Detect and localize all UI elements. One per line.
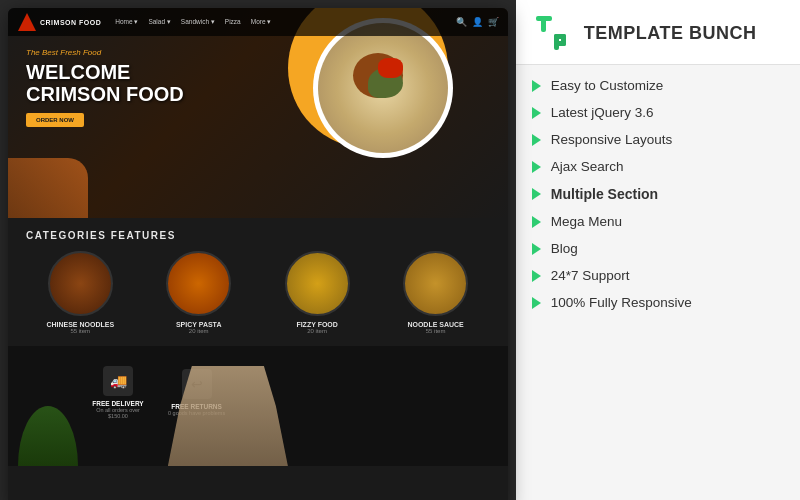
bottom-section: 🚚 FREE DELIVERY On all orders over $150.… — [8, 346, 508, 466]
category-count-1: 55 item — [26, 328, 134, 334]
nav-home: Home ▾ — [115, 18, 138, 26]
category-item-2: SPICY PASTA 20 item — [144, 251, 252, 334]
feature-label-7: Blog — [551, 241, 578, 256]
hero-subtitle: The Best Fresh Food — [26, 48, 184, 57]
arrow-icon-2 — [532, 107, 541, 119]
nav-sandwich: Sandwich ▾ — [181, 18, 215, 26]
category-name-1: CHINESE NOODLES — [26, 321, 134, 328]
feature-5: Multiple Section — [532, 183, 784, 205]
template-bunch-logo — [532, 12, 574, 54]
user-icon: 👤 — [472, 17, 482, 27]
category-name-3: FIZZY FOOD — [263, 321, 371, 328]
food-element-3 — [378, 58, 403, 78]
brand-name: TEMPLATE BUNCH — [584, 24, 757, 42]
logo-icon — [18, 13, 36, 31]
hero-title: WELCOME CRIMSON FOOD — [26, 61, 184, 105]
nav-links: Home ▾ Salad ▾ Sandwich ▾ Pizza More ▾ — [115, 18, 271, 26]
feature-label-3: Responsive Layouts — [551, 132, 673, 147]
feature-label-9: 100% Fully Responsive — [551, 295, 692, 310]
category-count-3: 20 item — [263, 328, 371, 334]
hero-food-plate — [313, 18, 453, 158]
arrow-icon-7 — [532, 243, 541, 255]
website-preview: CRIMSON FOOD Home ▾ Salad ▾ Sandwich ▾ P… — [8, 8, 508, 500]
feature-4: Ajax Search — [532, 156, 784, 177]
feature-3: Responsive Layouts — [532, 129, 784, 150]
logo-text: CRIMSON FOOD — [40, 19, 101, 26]
delivery-desc: On all orders over $150.00 — [88, 407, 148, 419]
categories-title: CATEGORIES FEATURES — [26, 230, 490, 241]
free-delivery-badge: 🚚 FREE DELIVERY On all orders over $150.… — [88, 366, 148, 419]
search-icon: 🔍 — [456, 17, 466, 27]
feature-9: 100% Fully Responsive — [532, 292, 784, 313]
nav-bar: CRIMSON FOOD Home ▾ Salad ▾ Sandwich ▾ P… — [8, 8, 508, 36]
delivery-icon: 🚚 — [103, 366, 133, 396]
feature-1: Easy to Customize — [532, 75, 784, 96]
cart-icon: 🛒 — [488, 17, 498, 27]
arrow-icon-3 — [532, 134, 541, 146]
arrow-icon-5 — [532, 188, 541, 200]
right-panel: TEMPLATE BUNCH Easy to Customize Latest … — [516, 0, 800, 500]
category-plate-3 — [285, 251, 350, 316]
nav-more: More ▾ — [251, 18, 272, 26]
hero-section: CRIMSON FOOD Home ▾ Salad ▾ Sandwich ▾ P… — [8, 8, 508, 218]
features-list: Easy to Customize Latest jQuery 3.6 Resp… — [516, 65, 800, 500]
category-item-3: FIZZY FOOD 20 item — [263, 251, 371, 334]
category-plate-1 — [48, 251, 113, 316]
feature-label-6: Mega Menu — [551, 214, 622, 229]
arrow-icon-4 — [532, 161, 541, 173]
feature-7: Blog — [532, 238, 784, 259]
svg-rect-1 — [541, 16, 546, 32]
category-count-2: 20 item — [144, 328, 252, 334]
nav-action-icons: 🔍 👤 🛒 — [456, 17, 498, 27]
hero-side-decoration — [8, 158, 88, 218]
feature-label-5: Multiple Section — [551, 186, 658, 202]
arrow-icon-6 — [532, 216, 541, 228]
category-count-4: 55 item — [381, 328, 489, 334]
category-name-4: NOODLE SAUCE — [381, 321, 489, 328]
feature-6: Mega Menu — [532, 211, 784, 232]
feature-label-4: Ajax Search — [551, 159, 624, 174]
arrow-icon-8 — [532, 270, 541, 282]
category-plate-4 — [403, 251, 468, 316]
plate-inner — [318, 23, 448, 153]
arrow-icon-1 — [532, 80, 541, 92]
svg-rect-5 — [561, 34, 566, 46]
arrow-icon-9 — [532, 297, 541, 309]
categories-grid: CHINESE NOODLES 55 item SPICY PASTA 20 i… — [26, 251, 490, 334]
delivery-title: FREE DELIVERY — [88, 400, 148, 407]
feature-label-2: Latest jQuery 3.6 — [551, 105, 654, 120]
category-item-1: CHINESE NOODLES 55 item — [26, 251, 134, 334]
bottom-left: 🚚 FREE DELIVERY On all orders over $150.… — [8, 346, 308, 466]
brand-header: TEMPLATE BUNCH — [516, 0, 800, 65]
category-plate-2 — [166, 251, 231, 316]
nav-salad: Salad ▾ — [148, 18, 170, 26]
hero-content: The Best Fresh Food WELCOME CRIMSON FOOD… — [26, 48, 184, 127]
feature-label-1: Easy to Customize — [551, 78, 664, 93]
category-name-2: SPICY PASTA — [144, 321, 252, 328]
site-logo: CRIMSON FOOD — [18, 13, 101, 31]
nav-pizza: Pizza — [225, 18, 241, 26]
feature-8: 24*7 Support — [532, 265, 784, 286]
categories-section: CATEGORIES FEATURES CHINESE NOODLES 55 i… — [8, 218, 508, 346]
feature-2: Latest jQuery 3.6 — [532, 102, 784, 123]
order-now-button[interactable]: ORDER NOW — [26, 113, 84, 127]
feature-label-8: 24*7 Support — [551, 268, 630, 283]
category-item-4: NOODLE SAUCE 55 item — [381, 251, 489, 334]
